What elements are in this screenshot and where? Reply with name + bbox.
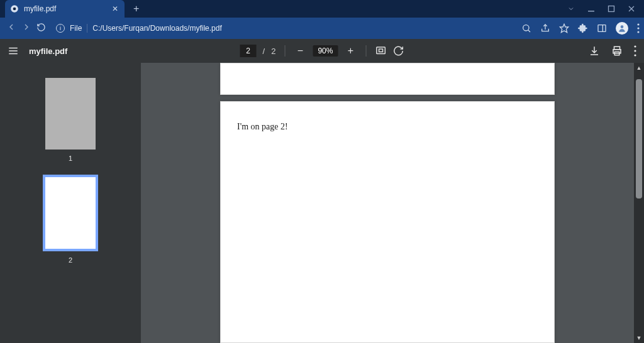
window-maximize-icon[interactable] xyxy=(608,5,615,13)
address-bar[interactable]: i File C:/Users/Furqan/Downloads/myfile.… xyxy=(51,21,516,36)
window-minimize-icon[interactable] xyxy=(587,5,595,13)
svg-point-26 xyxy=(634,54,636,56)
svg-rect-3 xyxy=(609,6,614,12)
zoom-icon[interactable] xyxy=(521,23,531,33)
page-text: I'm on page 2! xyxy=(237,122,288,131)
bookmark-star-icon[interactable] xyxy=(559,23,569,33)
svg-point-11 xyxy=(621,25,624,28)
browser-menu-icon[interactable] xyxy=(637,23,640,33)
zoom-level[interactable]: 90% xyxy=(313,45,338,57)
scrollbar-thumb[interactable] xyxy=(636,79,642,199)
svg-line-7 xyxy=(528,30,530,32)
svg-rect-19 xyxy=(379,49,382,52)
svg-rect-18 xyxy=(377,47,386,54)
side-panel-icon[interactable] xyxy=(597,23,607,33)
close-tab-icon[interactable]: ✕ xyxy=(111,4,119,13)
share-icon[interactable] xyxy=(540,23,550,33)
svg-rect-9 xyxy=(598,25,606,32)
search-tabs-icon[interactable] xyxy=(567,5,575,13)
address-url: C:/Users/Furqan/Downloads/myfile.pdf xyxy=(92,24,221,33)
svg-point-25 xyxy=(634,50,636,52)
download-icon[interactable] xyxy=(589,45,600,57)
new-tab-button[interactable]: + xyxy=(130,3,143,14)
nav-forward-icon[interactable] xyxy=(21,22,31,35)
svg-point-14 xyxy=(637,31,639,33)
pdf-menu-icon[interactable] xyxy=(8,45,19,57)
thumbnail-page-2[interactable] xyxy=(43,175,98,251)
print-icon[interactable] xyxy=(611,45,623,57)
pdf-page-2: I'm on page 2! xyxy=(220,101,555,343)
page-number-input[interactable] xyxy=(240,45,257,57)
site-info-icon[interactable]: i xyxy=(56,24,65,33)
page-total: 2 xyxy=(271,46,275,56)
address-protocol: File xyxy=(70,24,87,33)
thumbnail-label: 2 xyxy=(69,256,72,264)
thumbnail-label: 1 xyxy=(69,155,72,162)
reload-icon[interactable] xyxy=(36,23,46,35)
toolbar-separator xyxy=(284,45,285,57)
browser-tab-active[interactable]: myfile.pdf ✕ xyxy=(5,0,125,18)
scrollbar-track[interactable] xyxy=(634,73,644,333)
svg-point-24 xyxy=(634,45,636,47)
svg-point-6 xyxy=(523,25,529,31)
tab-title: myfile.pdf xyxy=(24,4,106,13)
pdf-filename: myfile.pdf xyxy=(29,46,67,56)
vertical-scrollbar[interactable]: ▲ ▼ xyxy=(634,63,644,343)
extensions-icon[interactable] xyxy=(578,23,588,33)
thumbnail-panel: 1 2 xyxy=(0,63,141,343)
toolbar-separator xyxy=(365,45,366,57)
window-close-icon[interactable] xyxy=(628,5,635,13)
fit-page-icon[interactable] xyxy=(375,45,386,57)
rotate-icon[interactable] xyxy=(392,45,404,57)
page-separator: / xyxy=(263,46,265,56)
pdf-page-1-bottom xyxy=(220,63,555,95)
thumbnail-page-1[interactable] xyxy=(45,78,96,150)
svg-marker-8 xyxy=(560,24,568,32)
scroll-down-icon[interactable]: ▼ xyxy=(634,333,644,343)
pdf-more-icon[interactable] xyxy=(634,45,636,57)
zoom-in-button[interactable]: + xyxy=(344,45,357,57)
svg-point-12 xyxy=(637,23,639,25)
svg-point-13 xyxy=(637,27,639,29)
pdf-favicon-icon xyxy=(10,4,19,13)
zoom-out-button[interactable]: − xyxy=(294,45,306,57)
page-area[interactable]: I'm on page 2! xyxy=(141,63,634,343)
svg-rect-2 xyxy=(588,11,594,12)
svg-point-1 xyxy=(13,8,16,11)
scroll-up-icon[interactable]: ▲ xyxy=(634,63,644,73)
profile-avatar-icon[interactable] xyxy=(616,22,628,35)
nav-back-icon[interactable] xyxy=(6,22,16,35)
